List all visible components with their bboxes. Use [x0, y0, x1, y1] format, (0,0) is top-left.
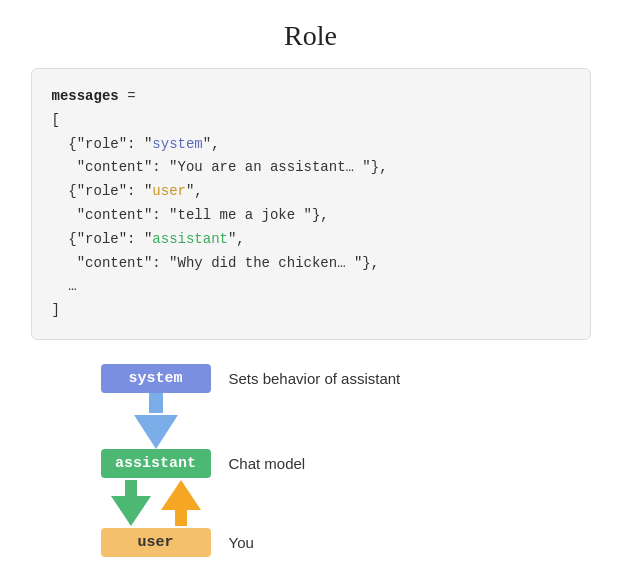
green-arrow-stem	[125, 480, 137, 496]
user-badge: user	[101, 528, 211, 557]
assistant-row: assistant Chat model	[101, 449, 521, 478]
green-arrow	[111, 480, 151, 526]
system-desc: Sets behavior of assistant	[229, 370, 401, 387]
blue-arrow	[134, 393, 178, 449]
blue-arrow-head	[134, 415, 178, 449]
code-block: messages = [ {"role": "system", "content…	[31, 68, 591, 340]
role-system-1: system	[152, 136, 202, 152]
double-arrows	[111, 480, 201, 526]
code-keyword: messages	[52, 88, 119, 104]
orange-arrow-stem	[175, 510, 187, 526]
orange-arrow-head	[161, 480, 201, 510]
page-title: Role	[284, 20, 337, 52]
orange-arrow	[161, 480, 201, 526]
green-arrow-head	[111, 496, 151, 526]
diagram: system Sets behavior of assistant assist…	[101, 364, 521, 557]
system-row: system Sets behavior of assistant	[101, 364, 521, 393]
double-arrows-col	[101, 478, 211, 528]
role-assistant-1: assistant	[152, 231, 228, 247]
system-badge: system	[101, 364, 211, 393]
blue-arrow-stem	[149, 393, 163, 413]
assistant-desc: Chat model	[229, 455, 306, 472]
role-user-1: user	[152, 183, 186, 199]
user-desc: You	[229, 534, 254, 551]
assistant-badge: assistant	[101, 449, 211, 478]
blue-arrow-col	[101, 393, 211, 449]
user-row: user You	[101, 528, 521, 557]
